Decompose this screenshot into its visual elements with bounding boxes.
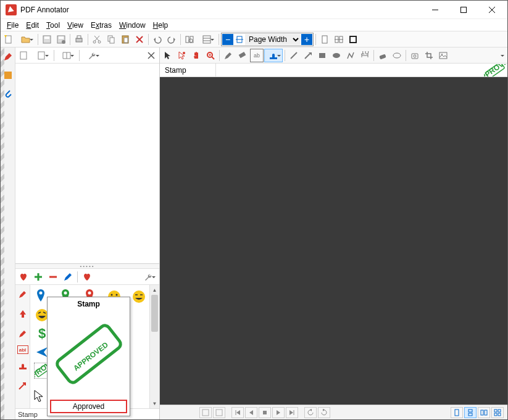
tool-dimension[interactable]: 10 [358, 49, 372, 62]
tool-zoom[interactable] [204, 49, 217, 62]
fav-heart2-icon[interactable] [80, 270, 94, 284]
tool-stamp[interactable] [264, 49, 283, 62]
single-page-button[interactable] [318, 33, 331, 46]
new-button[interactable] [2, 33, 15, 46]
tool-snapshot[interactable] [408, 49, 422, 62]
nav-back[interactable] [304, 407, 317, 418]
zoom-out-icon[interactable]: − [222, 34, 233, 45]
zoom-select[interactable]: Page Width [245, 34, 301, 45]
nav-last[interactable] [286, 407, 298, 418]
tool-line[interactable] [287, 49, 301, 62]
tool-more[interactable] [488, 49, 506, 62]
nav-thumb1[interactable] [199, 407, 212, 418]
view-single[interactable] [451, 407, 463, 418]
nav-stop[interactable] [259, 407, 271, 418]
view-continuous[interactable] [464, 407, 477, 418]
menu-extras[interactable]: Extras [87, 20, 115, 30]
edit-fav-button[interactable] [61, 270, 75, 284]
document-canvas[interactable] [160, 77, 507, 405]
svg-point-10 [62, 40, 65, 44]
tool-pen[interactable] [222, 49, 235, 62]
maximize-button[interactable] [449, 1, 478, 19]
paste-button[interactable] [119, 33, 132, 46]
cat-arrow-up[interactable] [15, 306, 30, 322]
two-page-button[interactable] [332, 33, 346, 46]
nav-next[interactable] [272, 407, 285, 418]
stamp-tooltip: Stamp APPROVED Approved [47, 297, 130, 416]
menu-help[interactable]: Help [149, 20, 172, 30]
tool-hand[interactable] [189, 49, 203, 62]
book-drop[interactable] [57, 49, 77, 62]
remove-fav-button[interactable] [46, 270, 60, 284]
tool-crop[interactable] [422, 49, 436, 62]
splitter[interactable]: ••••• [15, 264, 159, 269]
cat-arrow[interactable] [15, 377, 30, 393]
fullscreen-button[interactable] [346, 33, 360, 46]
menu-window[interactable]: Window [115, 20, 149, 30]
zoom-in-icon[interactable]: + [301, 34, 312, 45]
tool-text[interactable]: ab [250, 49, 264, 62]
menu-edit[interactable]: Edit [22, 20, 43, 30]
tab-attachment[interactable] [1, 86, 15, 102]
tool-marker[interactable] [236, 49, 249, 62]
cat-stamp[interactable] [15, 358, 30, 374]
layout-button[interactable] [197, 33, 217, 46]
svg-point-48 [39, 292, 42, 295]
undo-button[interactable] [151, 33, 164, 46]
cat-pencil[interactable] [15, 326, 30, 342]
nav-prev[interactable] [245, 407, 257, 418]
svg-point-71 [333, 53, 340, 58]
cat-text[interactable]: abl [17, 345, 28, 354]
wrench-drop[interactable] [82, 49, 102, 62]
tool-select[interactable] [161, 49, 175, 62]
copy-button[interactable] [104, 33, 118, 46]
favorites-scrollbar[interactable]: ▲ ▼ [149, 285, 159, 408]
tool-arrow[interactable] [301, 49, 315, 62]
menu-tool[interactable]: Tool [43, 20, 64, 30]
delete-button[interactable] [133, 33, 146, 46]
svg-point-50 [88, 292, 91, 295]
find-button[interactable] [183, 33, 196, 46]
menu-file[interactable]: File [3, 20, 22, 30]
close-side-button[interactable] [144, 49, 158, 62]
close-button[interactable] [478, 1, 506, 19]
cat-pen[interactable] [15, 286, 30, 302]
svg-point-54 [133, 290, 145, 303]
view-two[interactable] [478, 407, 490, 418]
view-two-cont[interactable] [491, 407, 504, 418]
zoom-control[interactable]: − Page Width + [221, 33, 314, 46]
save-button[interactable] [40, 33, 54, 46]
tab-note[interactable] [1, 67, 15, 83]
tool-rect[interactable] [315, 49, 329, 62]
redo-button[interactable] [165, 33, 178, 46]
nav-first[interactable] [231, 407, 244, 418]
page-drop[interactable] [31, 49, 51, 62]
tool-eraser[interactable] [376, 49, 389, 62]
add-fav-button[interactable] [31, 270, 45, 284]
minimize-button[interactable] [421, 1, 449, 19]
tab-pen[interactable] [1, 49, 15, 65]
stamp-grin[interactable] [132, 289, 146, 305]
fav-heart-icon[interactable] [17, 270, 30, 284]
print-button[interactable] [72, 33, 86, 46]
save-as-button[interactable] [54, 33, 68, 46]
nav-forward[interactable] [318, 407, 330, 418]
page-icon[interactable] [17, 49, 30, 62]
tool-polyline[interactable] [344, 49, 357, 62]
svg-point-27 [189, 39, 193, 43]
tool-image[interactable] [436, 49, 450, 62]
svg-point-57 [36, 309, 48, 321]
tooltip-title: Stamp [48, 297, 130, 311]
fav-wrench-drop[interactable] [138, 270, 158, 284]
tool-ellipse[interactable] [330, 49, 343, 62]
tool-whiteout[interactable] [390, 49, 404, 62]
tool-lasso[interactable] [175, 49, 189, 62]
fit-width-icon [234, 35, 245, 44]
menu-view[interactable]: View [64, 20, 87, 30]
open-button[interactable] [16, 33, 36, 46]
cut-button[interactable] [90, 33, 104, 46]
toolinfo-preview: APPROVED [483, 64, 507, 77]
nav-thumb2[interactable] [213, 407, 225, 418]
stamp-pin-blue[interactable] [34, 289, 48, 305]
favorites-toolbar [15, 269, 159, 285]
